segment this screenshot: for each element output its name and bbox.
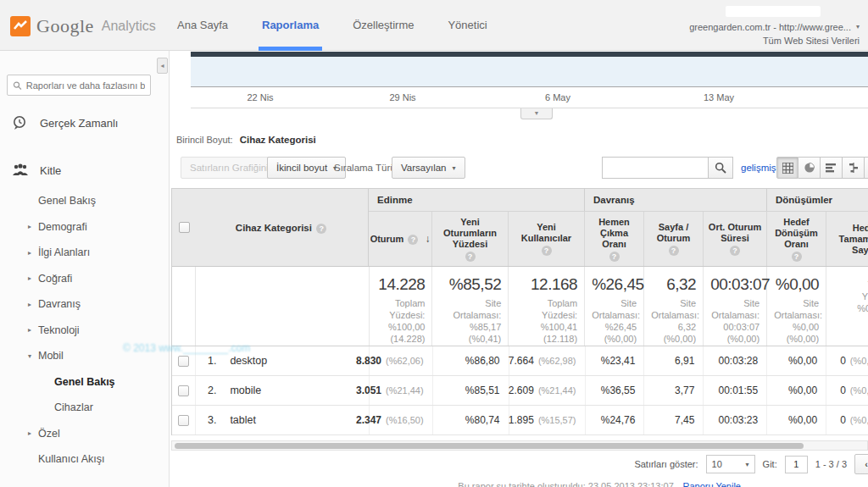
help-icon[interactable]: ? — [542, 246, 552, 256]
help-icon[interactable]: ? — [465, 252, 476, 262]
sidebar-search-box[interactable] — [7, 75, 151, 96]
sidebar-item-audience[interactable]: Kitle — [0, 158, 169, 183]
table-search-button[interactable] — [708, 157, 733, 179]
dimension-value: desktop — [230, 355, 267, 367]
pagination-bar: Satırları göster: 10 ▾ Git: 1 - 3 / 3 ‹ — [634, 454, 868, 474]
axis-tick-label: 29 Nis — [389, 92, 415, 102]
column-header-avg-duration[interactable]: Ort. Oturum Süresi? — [704, 212, 767, 266]
help-icon[interactable]: ? — [609, 252, 620, 262]
sidebar-item-label: İlgi Alanları — [38, 246, 90, 258]
view-name: Tüm Web Sitesi Verileri — [689, 34, 860, 47]
column-header-goal-rate[interactable]: Hedef Dönüşüm Oranı? — [767, 212, 826, 266]
metric-column-row: Oturum?↓ Yeni Oturumların Yüzdesi? Yeni … — [369, 212, 868, 266]
help-icon[interactable]: ? — [408, 235, 418, 245]
help-icon[interactable]: ? — [669, 246, 679, 256]
metric-group-row: Edinme Davranış Dönüşümler — [369, 189, 868, 212]
column-header-sessions[interactable]: Oturum?↓ — [369, 212, 432, 266]
sidebar-item-interests[interactable]: ▸İlgi Alanları — [0, 240, 169, 266]
sort-type-button[interactable]: Varsayılan ▾ — [392, 157, 465, 179]
goto-page-input[interactable] — [785, 456, 808, 473]
primary-dimension-bar: Birincil Boyut: Cihaz Kategorisi — [176, 135, 316, 145]
summary-sessions: 14.228Toplam Yüzdesi: %100,00 (14.228) — [370, 267, 433, 346]
secondary-dimension-label: İkincil boyut — [276, 163, 327, 173]
google-analytics-logo[interactable]: Google Analytics — [10, 15, 156, 37]
percentage-view-button[interactable] — [798, 157, 821, 179]
row-checkbox[interactable] — [178, 385, 189, 396]
primary-dimension-value[interactable]: Cihaz Kategorisi — [240, 135, 316, 145]
logo-google-word: Google — [36, 15, 94, 37]
sidebar-item-label: Demografi — [38, 221, 87, 233]
nav-customization[interactable]: Özelleştirme — [349, 0, 417, 51]
sidebar-item-technology[interactable]: ▸Teknoloji — [0, 318, 169, 344]
nav-reporting[interactable]: Raporlama — [259, 0, 322, 51]
account-email-redacted — [726, 6, 821, 17]
sidebar: ◂ Gerçek Zamanlı Kitle Genel Bakış ▸Demo… — [0, 51, 170, 487]
row-checkbox[interactable] — [178, 415, 189, 426]
chevron-down-icon: ▾ — [856, 20, 860, 34]
sidebar-item-label: Coğrafi — [38, 273, 72, 285]
summary-bounce-rate: %26,45Site Ortalaması: %26,45 (%0,00) — [585, 267, 644, 346]
rows-per-page-select[interactable]: 10 ▾ — [706, 455, 755, 473]
pivot-view-button[interactable] — [865, 157, 868, 179]
column-header-new-sessions[interactable]: Yeni Oturumların Yüzdesi? — [432, 212, 509, 266]
account-switcher[interactable]: greengarden.com.tr - http://www.gree... … — [689, 20, 860, 47]
summary-goal-rate: %0,00Site Ortalaması: %0,00 (%0,00) — [767, 267, 826, 346]
sidebar-item-mobile-overview[interactable]: Genel Bakış — [0, 369, 169, 396]
top-navigation: Ana Sayfa Raporlama Özelleştirme Yönetic… — [174, 0, 491, 51]
table-search-input[interactable] — [602, 157, 708, 179]
group-conversions: Dönüşümler — [767, 189, 868, 211]
sidebar-search-input[interactable] — [26, 80, 145, 91]
sidebar-item-demographics[interactable]: ▸Demografi — [0, 214, 169, 241]
show-rows-label: Satırları göster: — [634, 459, 698, 469]
nav-home[interactable]: Ana Sayfa — [174, 0, 231, 51]
sidebar-item-label: Genel Bakış — [54, 376, 115, 388]
axis-tick-label: 6 May — [545, 92, 570, 102]
axis-tick-label: 22 Nis — [247, 92, 273, 102]
performance-view-button[interactable] — [821, 157, 843, 179]
scrollbar-thumb[interactable] — [175, 443, 804, 449]
table-row: 3.tablet 2.347(%16,50) %80,74 1.895(%15,… — [172, 406, 868, 435]
sidebar-item-mobile[interactable]: ▾Mobil — [0, 343, 169, 369]
comparison-view-button[interactable] — [843, 157, 865, 179]
chevron-right-icon: ▸ — [28, 326, 38, 334]
sidebar-item-geo[interactable]: ▸Coğrafi — [0, 266, 169, 292]
data-view-button[interactable] — [776, 157, 798, 179]
help-icon[interactable]: ? — [730, 246, 740, 256]
sidebar-item-devices[interactable]: Cihazlar — [0, 395, 169, 421]
view-mode-switcher — [776, 157, 868, 179]
column-header-goal-completions[interactable]: Hedef Tamamlama Sayısı — [826, 212, 868, 266]
refresh-report-link[interactable]: Raporu Yenile — [682, 481, 741, 487]
group-acquisition: Edinme — [369, 189, 585, 211]
sidebar-item-label: Gerçek Zamanlı — [40, 117, 118, 130]
table-horizontal-scrollbar[interactable] — [171, 440, 868, 451]
chevron-right-icon: ▸ — [28, 249, 38, 257]
property-name: greengarden.com.tr - http://www.gree... — [689, 20, 851, 34]
nav-admin[interactable]: Yönetici — [444, 0, 490, 51]
chevron-right-icon: ▸ — [28, 301, 38, 308]
sidebar-item-realtime[interactable]: Gerçek Zamanlı — [0, 110, 169, 136]
property-selector[interactable]: greengarden.com.tr - http://www.gree... … — [689, 20, 860, 34]
axis-tick-label: 13 May — [704, 92, 734, 102]
column-header-device-category[interactable]: Cihaz Kategorisi — [236, 223, 312, 233]
sidebar-item-overview[interactable]: Genel Bakış — [0, 188, 169, 214]
column-header-new-users[interactable]: Yeni Kullanıcılar? — [509, 212, 585, 266]
previous-page-button[interactable]: ‹ — [854, 454, 868, 474]
audience-people-icon — [11, 163, 29, 177]
column-header-pages-session[interactable]: Sayfa / Oturum? — [644, 212, 704, 266]
sort-type-label: Sıralama Türü: — [334, 157, 398, 179]
table-row: 1.desktop 8.830(%62,06) %86,80 7.664(%62… — [172, 346, 868, 376]
sidebar-item-label: Genel Bakış — [38, 195, 96, 207]
help-icon[interactable]: ? — [316, 224, 326, 234]
sidebar-item-users-flow[interactable]: Kullanıcı Akışı — [0, 446, 169, 473]
group-behavior: Davranış — [585, 189, 767, 211]
sidebar-item-behavior[interactable]: ▸Davranış — [0, 291, 169, 318]
sidebar-item-custom[interactable]: ▸Özel — [0, 421, 169, 447]
advanced-filter-link[interactable]: gelişmiş — [741, 157, 776, 179]
chart-collapse-toggle[interactable]: ▼ — [520, 108, 553, 119]
column-header-bounce-rate[interactable]: Hemen Çıkma Oranı? — [585, 212, 644, 266]
row-checkbox[interactable] — [178, 356, 189, 367]
sidebar-section-list: Genel Bakış ▸Demografi ▸İlgi Alanları ▸C… — [0, 188, 169, 473]
sidebar-collapse-toggle[interactable]: ◂ — [157, 58, 168, 74]
help-icon[interactable]: ? — [792, 252, 802, 262]
select-all-checkbox[interactable] — [179, 222, 190, 233]
